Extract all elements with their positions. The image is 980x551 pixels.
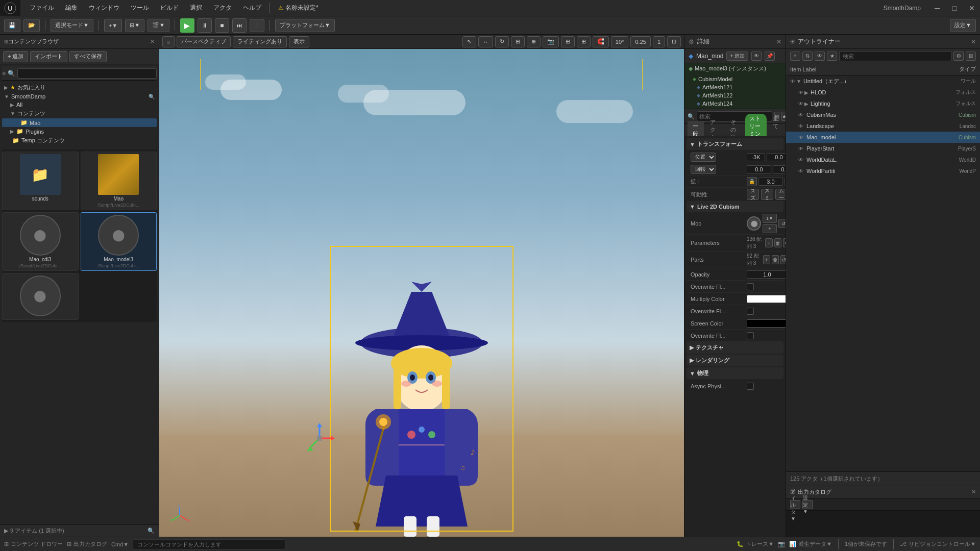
revision-control-btn[interactable]: ⎇ リビジョンコントロール▼ bbox=[900, 540, 976, 548]
outliner-settings-btn[interactable]: ⚙ bbox=[953, 52, 964, 61]
outliner-star-btn[interactable]: ★ bbox=[827, 52, 837, 61]
add-component-btn[interactable]: + 追加 bbox=[726, 52, 748, 61]
mao-model3-item[interactable]: ⬤ Mao_model3 /Script/Live2DCubi... bbox=[81, 212, 157, 271]
vp-icon-snapping[interactable]: 🧲 bbox=[593, 36, 609, 47]
world-item[interactable]: 👁 ▼ Untitled（エデ...） ワール bbox=[786, 76, 980, 87]
camera-speed[interactable]: 🎬▼ bbox=[148, 19, 169, 32]
plugins-folder[interactable]: ▶ 📁 Plugins bbox=[2, 127, 157, 136]
vp-icon-grid2[interactable]: ⊞ bbox=[577, 36, 591, 47]
vp-icon-camera[interactable]: 📷 bbox=[543, 36, 559, 47]
pos-x-input[interactable] bbox=[747, 153, 765, 161]
cmd-btn[interactable]: Cmd▼ bbox=[111, 541, 129, 547]
output-log-close[interactable]: ✕ bbox=[971, 489, 976, 495]
settings-btn[interactable]: 設定▼ bbox=[950, 19, 976, 32]
trace-btn[interactable]: 🐛 トレース▼ bbox=[737, 540, 774, 548]
output-filter-btn[interactable]: フィルタ▼ bbox=[790, 500, 800, 509]
content-browser-close[interactable]: ✕ bbox=[150, 38, 155, 45]
transform-section[interactable]: ▼ トランスフォーム bbox=[687, 138, 783, 150]
instance-row[interactable]: ◆ Mao_model3 (インスタンス) bbox=[684, 63, 786, 74]
more-play-options[interactable]: ⋮ bbox=[250, 19, 264, 32]
outliner-view-icon[interactable]: 👁 bbox=[815, 52, 825, 61]
mao-folder[interactable]: 📁 Mao bbox=[2, 118, 157, 127]
parts-add-btn[interactable]: + bbox=[763, 255, 770, 264]
play-button[interactable]: ▶ bbox=[180, 18, 194, 33]
moc-reset-btn[interactable]: ↺ bbox=[778, 219, 786, 228]
all-folder[interactable]: ▶ All bbox=[2, 101, 157, 109]
rot-y-input[interactable] bbox=[773, 165, 786, 173]
menu-help[interactable]: ヘルプ bbox=[238, 2, 266, 14]
derived-data-btn[interactable]: 📊 派生データ▼ bbox=[789, 540, 832, 548]
overwrite1-check[interactable] bbox=[747, 283, 754, 290]
vp-extra[interactable]: ⊡ bbox=[667, 36, 681, 47]
cubism-model-item[interactable]: ◆ CubismModel bbox=[684, 75, 786, 83]
pause-button[interactable]: ⏸ bbox=[198, 18, 212, 33]
outliner-menu-btn[interactable]: ≡ bbox=[790, 52, 800, 61]
close-button[interactable]: ✕ bbox=[964, 0, 980, 16]
playerstart-item[interactable]: 👁 PlayerStart PlayerS bbox=[786, 143, 980, 154]
vp-icon-rotate[interactable]: ↻ bbox=[495, 36, 509, 47]
physics-section[interactable]: ▼ 物理 bbox=[687, 367, 783, 379]
menu-edit[interactable]: 編集 bbox=[60, 2, 83, 14]
details-eye-btn[interactable]: 👁 bbox=[751, 52, 762, 61]
grid-snap[interactable]: ⊞▼ bbox=[125, 19, 144, 32]
live2d-section[interactable]: ▼ Live 2D Cubism bbox=[687, 202, 783, 212]
minimize-button[interactable]: ─ bbox=[929, 0, 945, 16]
stop-button[interactable]: ■ bbox=[215, 18, 229, 33]
favorites-item[interactable]: ▶ ★ お気に入り bbox=[2, 83, 157, 92]
parts-del-btn[interactable]: 🗑 bbox=[772, 255, 779, 264]
rot-x-input[interactable] bbox=[747, 165, 771, 173]
hlod-item[interactable]: 👁 ▶ HLOD フォルス bbox=[786, 87, 980, 98]
rendering-section[interactable]: ▶ レンダリング bbox=[687, 355, 783, 366]
content-drawer-btn[interactable]: ⊞ コンテンツ ドロワー bbox=[4, 540, 63, 548]
details-pin-btn[interactable]: 📌 bbox=[765, 52, 775, 61]
open-button[interactable]: 📂 bbox=[23, 19, 40, 32]
show-btn[interactable]: 表示 bbox=[289, 36, 309, 47]
save-all-btn[interactable]: すべて保存 bbox=[69, 51, 107, 62]
platform-btn[interactable]: プラットフォーム▼ bbox=[275, 19, 335, 32]
artmesh124-item[interactable]: ◆ ArtMesh124 bbox=[684, 99, 786, 108]
save-button[interactable]: 💾 bbox=[4, 19, 20, 32]
menu-tools[interactable]: ツール bbox=[126, 2, 154, 14]
artmesh122-item[interactable]: ◆ ArtMesh122 bbox=[684, 91, 786, 99]
scale-lock-btn[interactable]: 🔒 bbox=[747, 177, 757, 186]
outliner-search-input[interactable] bbox=[839, 51, 951, 61]
params-add-btn[interactable]: + bbox=[765, 238, 773, 247]
scale-y-input[interactable] bbox=[785, 178, 786, 186]
vp-icon-grid[interactable]: ⊞ bbox=[561, 36, 575, 47]
multiply-color-box[interactable] bbox=[747, 295, 786, 303]
mobility-s2[interactable]: スミ bbox=[761, 189, 773, 200]
outliner-sort-btn[interactable]: ⇅ bbox=[802, 52, 813, 61]
vp-icon-scale[interactable]: ⊞ bbox=[511, 36, 525, 47]
parts-reset-btn[interactable]: ↺ bbox=[780, 255, 786, 264]
params-del-btn[interactable]: 🗑 bbox=[774, 238, 782, 247]
position-dropdown[interactable]: 位置 bbox=[691, 153, 716, 162]
sounds-item[interactable]: 📁 sounds bbox=[2, 152, 79, 210]
vp-icon-move[interactable]: ↔ bbox=[478, 36, 493, 47]
moc-num-btn[interactable]: 1▼ bbox=[763, 214, 777, 223]
scale-x-input[interactable] bbox=[758, 178, 783, 186]
mobility-s1[interactable]: スズ bbox=[747, 189, 759, 200]
perspective-btn[interactable]: パースペクティブ bbox=[177, 36, 231, 47]
overwrite2-check[interactable] bbox=[747, 308, 754, 315]
async-physics-check[interactable] bbox=[747, 383, 754, 390]
moc-add-btn[interactable]: + bbox=[763, 224, 777, 233]
outliner-close[interactable]: ✕ bbox=[971, 38, 976, 45]
extra-item[interactable]: ⬤ bbox=[2, 273, 79, 320]
mao-asset-item[interactable]: Mao /Script/Live2DCubi... bbox=[81, 152, 157, 210]
texture-section[interactable]: ▶ テクスチャ bbox=[687, 342, 783, 354]
params-reset-btn[interactable]: ↺ bbox=[783, 238, 786, 247]
mode-select[interactable]: 選択モード▼ bbox=[51, 19, 93, 32]
content-search-input[interactable] bbox=[17, 68, 157, 79]
add-btn[interactable]: + 追加 bbox=[3, 51, 28, 62]
vp-icon-world[interactable]: ⊕ bbox=[527, 36, 541, 47]
import-btn[interactable]: インポート bbox=[30, 51, 67, 62]
mobility-move[interactable]: ム一 bbox=[775, 189, 786, 200]
maximize-button[interactable]: □ bbox=[946, 0, 963, 16]
menu-build[interactable]: ビルド bbox=[155, 2, 184, 14]
worlddata-item[interactable]: 👁 WorldDataL. WorldD bbox=[786, 154, 980, 165]
menu-select[interactable]: 選択 bbox=[185, 2, 207, 14]
vp-icon-select[interactable]: ↖ bbox=[462, 36, 476, 47]
menu-file[interactable]: ファイル bbox=[24, 2, 59, 14]
content-folder[interactable]: ▼ コンテンツ bbox=[2, 109, 157, 118]
temp-folder[interactable]: 📁 Temp コンテンツ bbox=[2, 136, 157, 145]
